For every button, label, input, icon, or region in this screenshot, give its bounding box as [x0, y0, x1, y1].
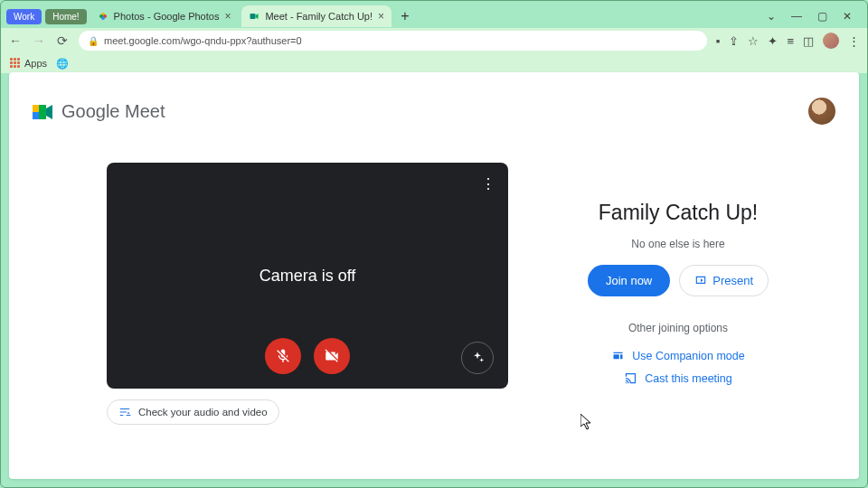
reload-button[interactable]: ⟳ [55, 33, 70, 48]
tab-strip: Work Home! Photos - Google Photos × Meet… [1, 1, 867, 28]
effects-button[interactable] [461, 342, 494, 374]
svg-rect-4 [250, 14, 256, 19]
companion-mode-link[interactable]: Use Companion mode [611, 349, 744, 362]
menu-icon[interactable]: ⋮ [848, 34, 860, 48]
camera-off-label: Camera is off [259, 267, 356, 286]
page-content: Google Meet ⋮ Camera is off Check your a… [9, 72, 859, 479]
meeting-title: Family Catch Up! [599, 201, 758, 225]
address-bar[interactable]: 🔒 meet.google.com/wgo-qndu-ppx?authuser=… [79, 31, 707, 51]
tab-title: Meet - Family Catch Up! [265, 11, 373, 22]
tab-meet[interactable]: Meet - Family Catch Up! × [241, 5, 392, 27]
more-options-icon[interactable]: ⋮ [481, 175, 495, 192]
chevron-down-icon[interactable]: ⌄ [764, 10, 778, 23]
camera-toggle-button[interactable] [314, 338, 350, 374]
devices-icon [611, 349, 625, 362]
close-tab-icon[interactable]: × [224, 10, 231, 23]
mouse-cursor-icon [580, 414, 595, 432]
join-panel: Family Catch Up! No one else is here Joi… [552, 201, 805, 394]
share-icon[interactable]: ⇪ [729, 34, 739, 48]
profile-badge-work[interactable]: Work [6, 9, 42, 24]
window-controls: ⌄ — ▢ ✕ [764, 10, 862, 23]
mic-toggle-button[interactable] [265, 338, 301, 374]
check-audio-label: Check your audio and video [138, 407, 268, 418]
photos-favicon-icon [98, 11, 108, 22]
svg-rect-8 [39, 105, 46, 119]
maximize-icon[interactable]: ▢ [815, 10, 829, 23]
tune-icon [118, 406, 131, 418]
forward-button[interactable]: → [32, 33, 46, 48]
bookmarks-bar: Apps 🌐 [1, 53, 867, 73]
profile-badge-home[interactable]: Home! [45, 9, 86, 24]
svg-point-3 [99, 14, 103, 18]
apps-grid-icon [10, 58, 21, 69]
present-label: Present [712, 274, 753, 287]
apps-label: Apps [24, 58, 47, 69]
present-icon [694, 275, 707, 287]
profile-avatar-icon[interactable] [823, 33, 839, 49]
url-text: meet.google.com/wgo-qndu-ppx?authuser=0 [104, 35, 302, 46]
cast-meeting-link[interactable]: Cast this meeting [624, 371, 732, 385]
new-tab-button[interactable]: + [395, 6, 415, 26]
camera-off-icon [324, 348, 340, 364]
other-options-label: Other joining options [628, 322, 728, 334]
video-preview: ⋮ Camera is off [107, 163, 508, 389]
tab-title: Photos - Google Photos [114, 11, 220, 22]
back-button[interactable]: ← [8, 33, 23, 48]
panel-icon[interactable]: ◫ [803, 34, 814, 48]
close-window-icon[interactable]: ✕ [840, 10, 854, 23]
cast-icon [624, 371, 637, 385]
extensions-icon[interactable]: ✦ [768, 34, 778, 48]
meet-header: Google Meet [33, 101, 165, 122]
sparkle-icon [470, 351, 485, 365]
check-audio-video-button[interactable]: Check your audio and video [107, 399, 279, 425]
mic-off-icon [275, 348, 291, 364]
apps-shortcut[interactable]: Apps [10, 58, 47, 69]
account-avatar[interactable] [808, 98, 835, 125]
brand-text: Google Meet [61, 101, 165, 122]
participants-status: No one else is here [631, 238, 724, 250]
star-icon[interactable]: ☆ [748, 34, 759, 48]
svg-rect-7 [33, 112, 40, 119]
video-icon[interactable]: ▪ [716, 34, 721, 48]
lock-icon: 🔒 [88, 36, 99, 46]
list-icon[interactable]: ≡ [787, 34, 794, 48]
companion-label: Use Companion mode [632, 350, 744, 362]
globe-icon[interactable]: 🌐 [56, 58, 69, 70]
cast-label: Cast this meeting [645, 372, 732, 385]
present-button[interactable]: Present [679, 265, 769, 296]
svg-rect-6 [33, 105, 40, 112]
browser-toolbar: ← → ⟳ 🔒 meet.google.com/wgo-qndu-ppx?aut… [1, 28, 867, 53]
minimize-icon[interactable]: — [789, 10, 804, 23]
meet-logo-icon [33, 103, 54, 121]
tab-photos[interactable]: Photos - Google Photos × [90, 5, 239, 27]
join-now-button[interactable]: Join now [588, 265, 670, 296]
meet-favicon-icon [249, 11, 259, 22]
close-tab-icon[interactable]: × [378, 10, 384, 23]
